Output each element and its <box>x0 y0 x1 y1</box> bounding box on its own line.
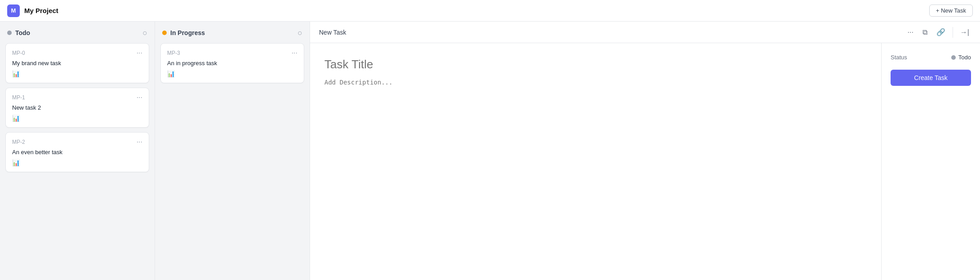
task-card[interactable]: MP-0···My brand new task📊 <box>5 43 149 83</box>
detail-sidebar: Status Todo Create Task <box>881 43 980 280</box>
column-name-todo: Todo <box>15 29 30 36</box>
detail-panel: New Task ··· ⧉ 🔗 →| Status <box>310 22 980 280</box>
header-divider <box>953 27 953 38</box>
detail-main <box>310 43 881 280</box>
more-options-button[interactable]: ··· <box>906 27 915 38</box>
column-in-progress: In Progress○MP-3···An in progress task📊 <box>155 22 310 280</box>
column-menu-todo[interactable]: ○ <box>142 29 147 37</box>
top-nav: M My Project + New Task <box>0 0 980 22</box>
bar-chart-icon: 📊 <box>12 115 20 122</box>
project-avatar: M <box>7 4 20 17</box>
task-card[interactable]: MP-2···An even better task📊 <box>5 132 149 172</box>
board-columns: Todo○MP-0···My brand new task📊MP-1···New… <box>0 22 310 280</box>
task-title: My brand new task <box>12 60 142 67</box>
detail-header: New Task ··· ⧉ 🔗 →| <box>310 22 980 43</box>
task-title: New task 2 <box>12 104 142 111</box>
detail-header-actions: ··· ⧉ 🔗 →| <box>906 26 971 38</box>
task-id: MP-0 <box>12 50 25 56</box>
task-title: An in progress task <box>167 60 297 67</box>
board-area: Todo○MP-0···My brand new task📊MP-1···New… <box>0 22 310 280</box>
column-header-in-progress: In Progress○ <box>160 29 304 37</box>
column-menu-in-progress[interactable]: ○ <box>297 29 302 37</box>
column-header-todo: Todo○ <box>5 29 149 37</box>
main-layout: Todo○MP-0···My brand new task📊MP-1···New… <box>0 22 980 280</box>
copy-button[interactable]: ⧉ <box>921 27 929 38</box>
status-row: Status Todo <box>891 54 971 61</box>
bar-chart-icon: 📊 <box>12 159 20 166</box>
status-value: Todo <box>951 54 971 61</box>
link-button[interactable]: 🔗 <box>935 26 947 38</box>
task-id: MP-3 <box>167 50 180 56</box>
status-dot <box>951 55 956 60</box>
status-text: Todo <box>958 54 971 61</box>
create-task-button[interactable]: Create Task <box>891 70 971 86</box>
task-description-input[interactable] <box>324 79 867 106</box>
task-card-menu[interactable]: ··· <box>137 93 142 102</box>
task-card[interactable]: MP-3···An in progress task📊 <box>160 43 304 83</box>
project-title: My Project <box>24 7 929 14</box>
task-card-menu[interactable]: ··· <box>137 49 142 57</box>
status-field: Status Todo <box>891 54 971 61</box>
task-card-menu[interactable]: ··· <box>137 138 142 146</box>
status-label: Status <box>891 54 907 61</box>
detail-header-title: New Task <box>319 29 346 36</box>
column-dot-in-progress <box>162 31 167 35</box>
task-card-menu[interactable]: ··· <box>292 49 297 57</box>
column-todo: Todo○MP-0···My brand new task📊MP-1···New… <box>0 22 155 280</box>
column-name-in-progress: In Progress <box>170 29 205 36</box>
task-title-input[interactable] <box>324 58 867 71</box>
bar-chart-icon: 📊 <box>12 70 20 77</box>
task-card[interactable]: MP-1···New task 2📊 <box>5 88 149 128</box>
detail-body: Status Todo Create Task <box>310 43 980 280</box>
column-dot-todo <box>7 31 12 35</box>
task-id: MP-2 <box>12 139 25 145</box>
close-panel-button[interactable]: →| <box>958 27 971 38</box>
bar-chart-icon: 📊 <box>167 70 175 77</box>
task-id: MP-1 <box>12 94 25 101</box>
new-task-button[interactable]: + New Task <box>929 4 973 17</box>
task-title: An even better task <box>12 149 142 156</box>
